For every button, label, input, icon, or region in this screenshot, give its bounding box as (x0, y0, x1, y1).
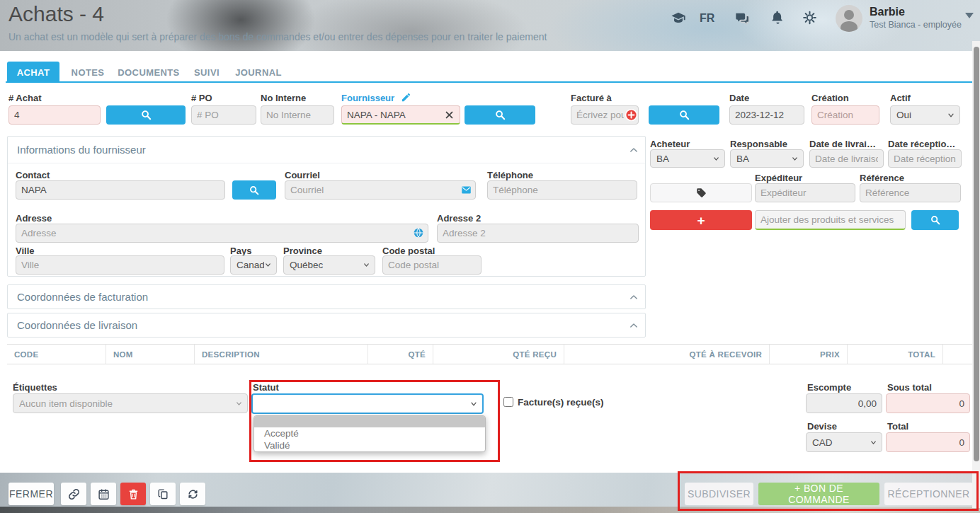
factures-recues-checkbox[interactable] (503, 397, 513, 407)
escompte-input[interactable] (806, 393, 882, 413)
no-interne-input[interactable] (261, 105, 334, 125)
chat-icon[interactable] (734, 11, 751, 26)
caret-down-icon (469, 400, 478, 408)
fournisseur-label: Fournisseur (341, 93, 394, 103)
facture-a-label: Facturé à (571, 93, 612, 103)
tab-suivi[interactable]: SUIVI (193, 62, 221, 83)
date-input[interactable] (729, 105, 804, 125)
expediteur-input[interactable] (755, 183, 855, 202)
fournisseur-input[interactable] (341, 105, 460, 125)
column-header-qte[interactable]: QTÉ (368, 345, 433, 364)
adresse-input[interactable] (16, 224, 428, 243)
globe-icon[interactable] (413, 227, 424, 238)
po-input[interactable] (191, 105, 256, 125)
date-livraison-input[interactable] (809, 149, 884, 168)
column-header-code[interactable]: CODE (7, 345, 106, 364)
edit-icon[interactable] (401, 92, 411, 103)
tags-button[interactable] (650, 183, 752, 202)
contact-input[interactable] (16, 180, 225, 200)
achat-search-button[interactable] (106, 105, 186, 125)
actif-select[interactable]: Oui (890, 105, 960, 125)
duplicate-button[interactable] (150, 483, 176, 505)
calendar-button[interactable] (91, 483, 116, 505)
column-header-prix[interactable]: PRIX (770, 345, 848, 364)
fournisseur-search-button[interactable] (465, 105, 535, 125)
total-input[interactable] (886, 432, 970, 452)
courriel-input[interactable] (285, 180, 476, 200)
add-contact-icon[interactable] (625, 108, 638, 122)
date-livraison-label: Date de livrai… (809, 139, 876, 149)
gear-icon[interactable] (802, 10, 817, 25)
contact-search-button[interactable] (232, 180, 276, 200)
refresh-button[interactable] (180, 483, 205, 505)
subdiviser-button[interactable]: SUBDIVISER (685, 483, 753, 505)
user-menu-caret-icon[interactable] (965, 13, 974, 18)
language-toggle[interactable]: FR (700, 12, 714, 25)
expediteur-label: Expéditeur (755, 173, 802, 183)
facture-a-search-button[interactable] (649, 105, 719, 125)
achat-input[interactable] (8, 105, 101, 125)
envelope-icon[interactable] (460, 185, 472, 195)
pays-select[interactable]: Canada (230, 255, 277, 275)
reference-input[interactable] (860, 183, 961, 202)
pays-label: Pays (230, 246, 251, 256)
sous-total-input[interactable] (886, 393, 970, 413)
tab-notes[interactable]: NOTES (71, 62, 105, 83)
add-products-search-button[interactable] (911, 210, 959, 230)
acheteur-select[interactable]: BA (650, 149, 725, 168)
livraison-section-title: Coordonnées de livraison (17, 319, 137, 331)
caret-down-icon (235, 400, 243, 408)
province-select[interactable]: Québec (283, 255, 375, 275)
caret-down-icon (870, 439, 877, 446)
tab-achat[interactable]: ACHAT (7, 62, 59, 83)
bell-icon[interactable] (770, 10, 785, 25)
add-products-input[interactable] (755, 210, 906, 230)
page-title: Achats - 4 (8, 2, 104, 26)
collapse-facturation-icon[interactable] (629, 292, 639, 302)
achat-label: # Achat (8, 93, 41, 103)
copy-icon (157, 488, 169, 500)
tabbar-underline (6, 81, 980, 83)
fermer-button[interactable]: FERMER (8, 483, 54, 505)
scrollbar-thumb[interactable] (974, 47, 979, 461)
collapse-livraison-icon[interactable] (629, 321, 639, 330)
receptionner-button[interactable]: RÉCEPTIONNER (884, 483, 973, 505)
escompte-label: Escompte (807, 382, 851, 393)
code-postal-input[interactable] (382, 255, 482, 275)
date-reception-input[interactable] (888, 149, 962, 168)
clear-icon[interactable] (445, 110, 454, 120)
tab-documents[interactable]: DOCUMENTS (119, 62, 178, 83)
telephone-input[interactable] (487, 180, 637, 200)
statut-select[interactable] (251, 393, 484, 414)
statut-option-valide[interactable]: Validé (254, 439, 485, 451)
column-header-description[interactable]: DESCRIPTION (195, 345, 368, 364)
ville-input[interactable] (16, 255, 224, 275)
column-header-total[interactable]: TOTAL (848, 345, 943, 364)
actif-label: Actif (890, 93, 911, 103)
acheteur-label: Acheteur (650, 139, 690, 149)
facturation-section-title: Coordonnées de facturation (17, 291, 148, 303)
items-table-header: CODE NOM DESCRIPTION QTÉ QTÉ REÇU QTÉ À … (7, 344, 973, 364)
divider (8, 163, 645, 163)
no-interne-label: No Interne (261, 93, 306, 103)
etiquettes-select[interactable]: Aucun item disponible (13, 393, 248, 413)
avatar[interactable] (836, 5, 862, 32)
statut-option-accepte[interactable]: Accepté (254, 427, 485, 439)
devise-select[interactable]: CAD (806, 432, 882, 452)
link-button[interactable] (61, 483, 86, 505)
add-line-button[interactable]: + (650, 210, 752, 230)
code-postal-label: Code postal (382, 246, 435, 256)
collapse-supplier-icon[interactable] (629, 145, 639, 155)
graduation-cap-icon[interactable] (670, 11, 687, 26)
bottom-strip (0, 507, 980, 513)
creation-input[interactable] (811, 105, 879, 125)
bon-de-commande-button[interactable]: + BON DE COMMANDE (758, 483, 879, 505)
responsable-select[interactable]: BA (730, 149, 804, 168)
tab-journal[interactable]: JOURNAL (235, 62, 282, 83)
column-header-nom[interactable]: NOM (106, 345, 195, 364)
statut-option-empty[interactable] (254, 416, 485, 427)
adresse2-input[interactable] (437, 224, 639, 243)
delete-button[interactable] (120, 483, 146, 505)
column-header-qte-recu[interactable]: QTÉ REÇU (433, 345, 564, 364)
column-header-qte-a-recevoir[interactable]: QTÉ À RECEVOIR (564, 345, 770, 364)
